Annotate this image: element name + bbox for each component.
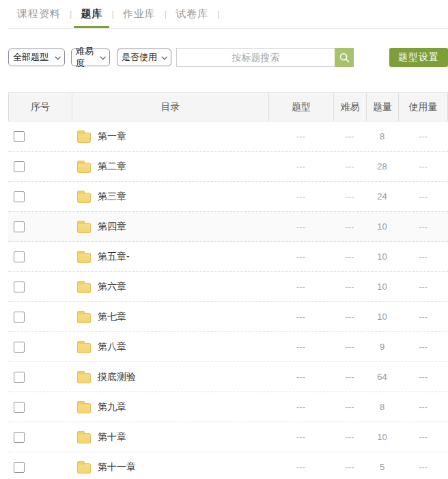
row-usage-cell: --- <box>398 282 448 292</box>
row-checkbox[interactable] <box>14 251 25 262</box>
chapter-title: 第十一章 <box>98 461 136 474</box>
chapter-folder-link[interactable]: 第四章 <box>77 221 126 233</box>
row-directory-cell: 第一章 <box>72 131 268 143</box>
row-checkbox[interactable] <box>14 432 25 443</box>
row-type-cell: --- <box>268 312 333 322</box>
row-usage-cell: --- <box>398 462 448 472</box>
row-checkbox[interactable] <box>14 342 25 353</box>
row-count-cell: 10 <box>366 312 398 322</box>
top-nav: 课程资料 | 题库 | 作业库 | 试卷库 | <box>8 0 448 29</box>
row-usage-cell: --- <box>398 372 448 382</box>
row-checkbox[interactable] <box>14 462 25 473</box>
row-count-cell: 24 <box>366 191 398 202</box>
col-difficulty: 难易 <box>333 93 366 121</box>
magnifier-icon <box>339 52 350 64</box>
search-box <box>176 48 354 67</box>
table-row: 第一章 --- --- 8 --- <box>8 122 448 152</box>
row-checkbox[interactable] <box>14 221 25 232</box>
chevron-down-icon <box>55 54 60 59</box>
row-count-cell: 10 <box>366 221 398 232</box>
chapter-folder-link[interactable]: 第八章 <box>77 341 126 353</box>
chapter-folder-link[interactable]: 第十一章 <box>77 461 136 474</box>
usage-filter-select-value: 是否使用 <box>122 51 157 64</box>
row-count-cell: 64 <box>366 372 398 382</box>
row-usage-cell: --- <box>398 402 448 412</box>
row-seq-cell <box>8 282 72 292</box>
chevron-down-icon <box>100 54 105 59</box>
folder-icon <box>77 463 91 474</box>
table-row: 第二章 --- --- 28 --- <box>8 152 448 182</box>
row-checkbox[interactable] <box>14 131 25 142</box>
row-type-cell: --- <box>268 161 333 172</box>
tab-homework-bank[interactable]: 作业库 <box>123 8 156 20</box>
chapter-folder-link[interactable]: 第九章 <box>77 401 126 413</box>
row-difficulty-cell: --- <box>333 131 366 141</box>
search-button[interactable] <box>335 48 354 67</box>
tab-question-bank[interactable]: 题库 <box>81 8 102 20</box>
row-type-cell: --- <box>268 372 333 382</box>
row-difficulty-cell: --- <box>333 462 366 472</box>
chapter-folder-link[interactable]: 第一章 <box>77 131 126 143</box>
chapter-folder-link[interactable]: 摸底测验 <box>77 371 136 383</box>
row-count-cell: 5 <box>366 462 398 472</box>
row-directory-cell: 第三章 <box>72 191 268 203</box>
usage-filter-select[interactable]: 是否使用 <box>117 49 171 66</box>
difficulty-select-value: 难易度 <box>76 45 97 70</box>
difficulty-select[interactable]: 难易度 <box>71 49 110 66</box>
row-checkbox[interactable] <box>14 402 25 413</box>
question-type-settings-button[interactable]: 题型设置 <box>389 48 448 67</box>
row-count-cell: 8 <box>366 402 398 412</box>
row-checkbox[interactable] <box>14 161 25 172</box>
row-directory-cell: 第十章 <box>72 431 268 443</box>
table-row: 第八章 --- --- 9 --- <box>8 332 448 362</box>
row-checkbox[interactable] <box>14 191 25 202</box>
row-usage-cell: --- <box>398 342 448 352</box>
chapter-folder-link[interactable]: 第十章 <box>77 431 126 443</box>
nav-separator: | <box>111 9 113 19</box>
row-type-cell: --- <box>268 462 333 472</box>
folder-icon <box>77 283 91 293</box>
col-directory: 目录 <box>72 93 268 121</box>
chapter-title: 第四章 <box>98 221 126 233</box>
row-usage-cell: --- <box>398 191 448 202</box>
chapter-title: 第九章 <box>98 401 126 413</box>
chapter-folder-link[interactable]: 第六章 <box>77 281 126 293</box>
row-checkbox[interactable] <box>14 312 25 323</box>
search-input[interactable] <box>176 48 335 67</box>
folder-icon <box>77 163 91 173</box>
table-header: 序号 目录 题型 难易 题量 使用量 <box>8 92 448 122</box>
row-difficulty-cell: --- <box>333 221 366 232</box>
row-count-cell: 10 <box>366 282 398 292</box>
row-directory-cell: 第十一章 <box>72 461 268 474</box>
chapter-title: 第五章- <box>98 251 130 263</box>
nav-separator: | <box>70 9 72 19</box>
row-checkbox[interactable] <box>14 372 25 383</box>
folder-icon <box>77 223 91 233</box>
row-seq-cell <box>8 432 72 443</box>
chapter-folder-link[interactable]: 第二章 <box>77 161 126 173</box>
col-type: 题型 <box>268 93 333 121</box>
tab-exam-paper-bank[interactable]: 试卷库 <box>176 8 208 20</box>
chapter-folder-link[interactable]: 第七章 <box>77 311 126 323</box>
tab-course-materials[interactable]: 课程资料 <box>17 8 61 20</box>
row-seq-cell <box>8 462 72 473</box>
chapter-title: 第十章 <box>98 431 126 443</box>
chapter-folder-link[interactable]: 第三章 <box>77 191 126 203</box>
row-seq-cell <box>8 402 72 413</box>
filter-bar: 全部题型 难易度 是否使用 题型设置 <box>0 48 448 67</box>
row-usage-cell: --- <box>398 432 448 442</box>
row-difficulty-cell: --- <box>333 372 366 382</box>
row-checkbox[interactable] <box>14 282 25 292</box>
table-row: 第七章 --- --- 10 --- <box>8 302 448 332</box>
row-count-cell: 9 <box>366 342 398 352</box>
table-row: 第十一章 --- --- 5 --- <box>8 452 448 479</box>
row-count-cell: 28 <box>366 161 398 172</box>
row-seq-cell <box>8 221 72 232</box>
col-count: 题量 <box>366 93 398 121</box>
question-type-select[interactable]: 全部题型 <box>8 49 65 66</box>
chapter-folder-link[interactable]: 第五章- <box>77 251 130 263</box>
row-difficulty-cell: --- <box>333 342 366 352</box>
row-directory-cell: 第五章- <box>72 251 268 263</box>
row-difficulty-cell: --- <box>333 402 366 412</box>
row-type-cell: --- <box>268 282 333 292</box>
